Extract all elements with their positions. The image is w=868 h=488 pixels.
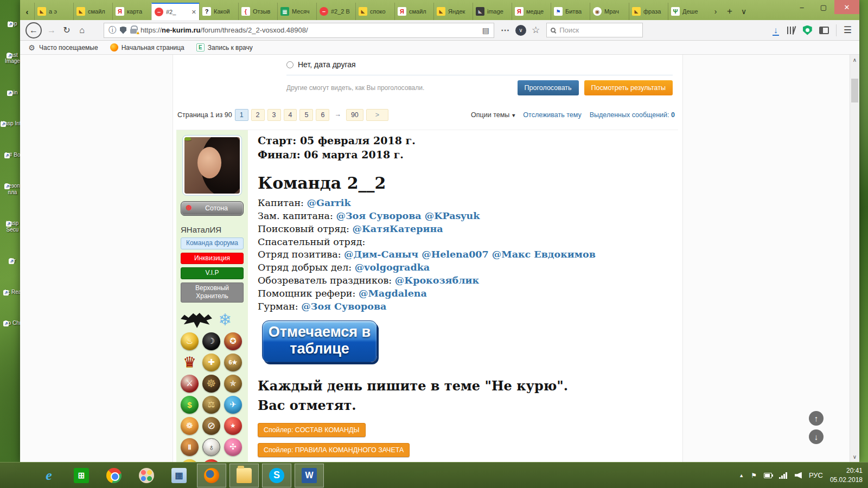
- minimize-button[interactable]: –: [791, 0, 813, 14]
- medal-icon[interactable]: ♛: [181, 354, 199, 371]
- page-link[interactable]: 90: [346, 109, 363, 121]
- bookmark-item[interactable]: Запись к врачу: [196, 43, 253, 52]
- role-user-links[interactable]: @Зоя Суворова @KPasyuk: [336, 210, 480, 221]
- medal-icon[interactable]: [181, 311, 212, 329]
- medal-icon[interactable]: ❄: [216, 311, 234, 329]
- page-link[interactable]: 3: [267, 109, 281, 121]
- role-user-links[interactable]: @Крокозяблик: [395, 275, 479, 286]
- spoiler-button[interactable]: Спойлер: ПРАВИЛА КОМАНДНОГО ЗАЧЕТА: [258, 443, 410, 457]
- battery-icon[interactable]: [764, 473, 772, 478]
- medal-icon[interactable]: ☽: [202, 332, 220, 350]
- medal-icon[interactable]: ⚖: [202, 396, 220, 414]
- taskbar-app-button[interactable]: [295, 464, 324, 487]
- taskbar-app-button[interactable]: [164, 464, 194, 487]
- page-link[interactable]: 2: [251, 109, 265, 121]
- taskbar-app-button[interactable]: [99, 464, 129, 487]
- scroll-to-top-button[interactable]: ↑: [809, 411, 824, 426]
- page-actions-icon[interactable]: ⋯: [501, 25, 510, 35]
- browser-tab[interactable]: #2_2 В: [316, 3, 355, 20]
- browser-tab[interactable]: а э: [34, 3, 73, 20]
- browser-tab[interactable]: Отзыв: [238, 3, 277, 20]
- medal-icon[interactable]: ★: [224, 417, 242, 435]
- browser-tab[interactable]: Месяч: [277, 3, 316, 20]
- medal-icon[interactable]: 6★: [224, 354, 242, 371]
- medal-icon[interactable]: ☸: [202, 375, 220, 393]
- reload-button[interactable]: ↻: [59, 23, 74, 38]
- search-input[interactable]: [559, 26, 630, 34]
- thread-options-dropdown[interactable]: Опции темы▾: [471, 111, 515, 119]
- page-link[interactable]: 5: [299, 109, 313, 121]
- browser-tab[interactable]: Яндек: [433, 3, 473, 20]
- browser-tab[interactable]: #2_ ✕: [151, 3, 199, 20]
- poll-radio-button[interactable]: [286, 61, 293, 68]
- mark-in-table-button[interactable]: Отмечаемся в таблице: [262, 320, 377, 362]
- avast-shield-icon[interactable]: [803, 25, 812, 35]
- downloads-icon[interactable]: ↓: [771, 25, 780, 35]
- avatar[interactable]: [183, 136, 241, 195]
- insecure-lock-icon[interactable]: [130, 29, 137, 34]
- home-button[interactable]: ⌂: [74, 23, 90, 38]
- tab-close-icon[interactable]: ✕: [192, 9, 196, 16]
- browser-tab[interactable]: споко: [355, 3, 394, 20]
- tab-list-caret-icon[interactable]: ∨: [737, 7, 750, 16]
- medal-icon[interactable]: Ⅱ: [181, 438, 199, 456]
- bookmark-item[interactable]: Начальная страница: [110, 43, 184, 52]
- medal-icon[interactable]: ✚: [202, 354, 220, 371]
- page-link[interactable]: >: [366, 109, 388, 121]
- medal-icon[interactable]: ♨: [181, 332, 199, 350]
- watch-thread-link[interactable]: Отслеживать тему: [523, 111, 581, 119]
- selected-posts-link[interactable]: Выделенных сообщений: 0: [590, 111, 675, 119]
- scroll-to-bottom-button[interactable]: ↓: [809, 429, 824, 444]
- browser-tab[interactable]: Битва: [551, 3, 590, 20]
- role-user-links[interactable]: @Magdalena: [359, 288, 427, 299]
- scrollbar-thumb[interactable]: [851, 79, 858, 102]
- taskbar-app-button[interactable]: [67, 464, 96, 487]
- network-signal-icon[interactable]: [779, 472, 788, 479]
- taskbar-app-button[interactable]: [34, 464, 63, 487]
- search-bar[interactable]: [546, 23, 643, 37]
- browser-tab[interactable]: Мрач: [590, 3, 629, 20]
- pocket-icon[interactable]: ∨: [515, 25, 526, 36]
- page-info-icon[interactable]: ⓘ: [108, 25, 116, 35]
- vote-button[interactable]: Проголосовать: [518, 80, 579, 95]
- browser-tab[interactable]: смайл: [394, 3, 433, 20]
- bookmark-item[interactable]: Часто посещаемые: [28, 43, 98, 52]
- browser-tab[interactable]: медце: [512, 3, 551, 20]
- maximize-button[interactable]: ▢: [813, 0, 834, 14]
- taskbar-app-button[interactable]: [229, 464, 259, 487]
- page-scrollbar[interactable]: ∧ ∨: [850, 55, 859, 462]
- browser-tab[interactable]: фраза: [629, 3, 668, 20]
- new-tab-button[interactable]: +: [723, 6, 736, 17]
- tray-expand-icon[interactable]: ▲: [739, 473, 744, 478]
- taskbar-app-button[interactable]: [262, 464, 291, 487]
- clock[interactable]: 20:41 05.02.2018: [830, 466, 863, 484]
- taskbar-app-button[interactable]: [2, 464, 31, 487]
- medal-icon[interactable]: ♁: [202, 438, 220, 456]
- page-link[interactable]: →: [332, 109, 343, 121]
- username-link[interactable]: ЯНаталИЯ: [181, 225, 244, 234]
- page-link[interactable]: 1: [235, 109, 248, 121]
- forward-button[interactable]: →: [44, 23, 59, 38]
- browser-tab[interactable]: Деше: [668, 3, 707, 20]
- role-user-links[interactable]: @Зоя Суворова: [301, 301, 386, 312]
- page-link[interactable]: 6: [316, 109, 329, 121]
- medal-icon[interactable]: ⚔: [181, 375, 199, 393]
- medal-icon[interactable]: ✈: [224, 396, 242, 414]
- tab-scroll-left-icon[interactable]: ‹: [20, 3, 34, 20]
- close-button[interactable]: ✕: [834, 0, 859, 14]
- browser-tab[interactable]: Какой: [199, 3, 238, 20]
- volume-icon[interactable]: [795, 472, 802, 479]
- medal-icon[interactable]: ✣: [224, 438, 242, 456]
- sidebar-toggle-icon[interactable]: [819, 27, 829, 34]
- tab-scroll-right-icon[interactable]: ›: [709, 7, 722, 16]
- library-icon[interactable]: [787, 26, 796, 35]
- bookmark-star-icon[interactable]: ☆: [532, 24, 540, 36]
- view-results-button[interactable]: Посмотреть результаты: [584, 80, 673, 95]
- medal-icon[interactable]: ❁: [181, 417, 199, 435]
- medal-icon[interactable]: ✪: [224, 332, 242, 350]
- scrollbar-down-icon[interactable]: ∨: [850, 454, 859, 460]
- medal-icon[interactable]: ⊘: [202, 417, 220, 435]
- role-user-links[interactable]: @volgogradka: [355, 262, 430, 273]
- browser-tab[interactable]: image: [473, 3, 512, 20]
- page-link[interactable]: 4: [284, 109, 297, 121]
